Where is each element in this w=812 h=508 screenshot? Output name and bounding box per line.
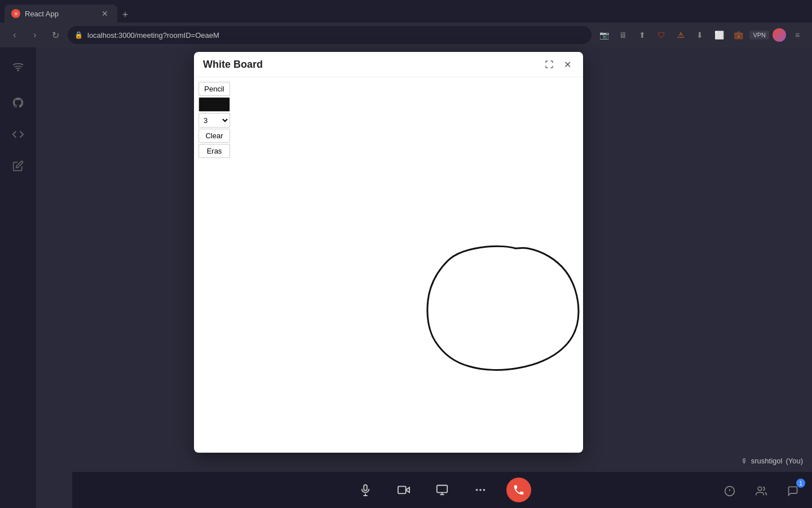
info-button[interactable] [720,481,740,501]
mic-button[interactable] [353,478,378,502]
lock-icon: 🔒 [74,31,83,39]
screen-share-button[interactable] [430,478,454,502]
modal-controls: ✕ [542,58,574,71]
end-call-button[interactable] [506,478,531,502]
wallet-btn[interactable]: 💼 [730,27,746,43]
new-tab-button[interactable]: + [117,7,133,23]
modal-body: Pencil 1 2 3 4 5 6 8 10 Clear Eras [194,77,583,453]
svg-point-11 [483,489,486,491]
whiteboard-modal: White Board ✕ Pencil 1 [194,52,583,453]
share-btn[interactable]: ⬆ [634,27,650,43]
modal-title: White Board [203,59,263,71]
nav-bar: ‹ › ↻ 🔒 localhost:3000/meeting?roomID=Oe… [0,23,812,47]
forward-button[interactable]: › [27,27,43,43]
cast-btn[interactable]: 🖥 [615,27,631,43]
people-button[interactable] [751,481,771,501]
svg-point-10 [479,489,482,491]
menu-btn[interactable]: ≡ [789,27,805,43]
svg-rect-6 [437,485,447,493]
svg-rect-1 [364,485,367,491]
wifi-icon [8,56,28,77]
size-select[interactable]: 1 2 3 4 5 6 8 10 [198,113,230,128]
split-view-btn[interactable]: ⬜ [711,27,727,43]
toolbar: Pencil 1 2 3 4 5 6 8 10 Clear Eras [198,82,230,158]
modal-header: White Board ✕ [194,52,583,77]
profile-avatar[interactable] [773,28,786,42]
chat-badge: 1 [796,479,805,488]
reload-button[interactable]: ↻ [47,27,63,43]
tab-close-button[interactable]: ✕ [99,8,111,19]
participant-name: srushtigol [751,457,783,465]
color-swatch[interactable] [198,97,230,112]
camera-button[interactable] [391,478,416,502]
tab-favicon: ⚛ [11,9,20,18]
back-button[interactable]: ‹ [7,27,23,43]
canvas-area[interactable] [194,77,583,453]
code-icon[interactable] [8,124,28,144]
svg-point-9 [476,489,478,491]
tab-title: React App [25,10,95,18]
address-bar[interactable]: 🔒 localhost:3000/meeting?roomID=OeaeM [68,26,592,44]
svg-point-15 [758,487,762,491]
bottom-bar [72,472,812,508]
browser-tab[interactable]: ⚛ React App ✕ [5,5,117,23]
github-icon[interactable] [8,93,28,113]
close-button[interactable]: ✕ [561,58,574,71]
drawing-canvas[interactable] [194,77,583,453]
clear-button[interactable]: Clear [198,129,230,143]
svg-point-0 [17,70,19,71]
pencil-tool-button[interactable]: Pencil [198,82,230,96]
shield-btn[interactable]: 🛡 [654,27,669,43]
download-btn[interactable]: ⬇ [692,27,708,43]
more-options-button[interactable] [468,478,493,502]
nav-actions: 📷 🖥 ⬆ 🛡 ⚠ ⬇ ⬜ 💼 VPN ≡ [596,27,805,43]
participant-label: 🎙 srushtigol (You) [741,457,803,465]
svg-marker-4 [406,487,409,492]
sidebar [0,47,36,508]
browser-chrome: ⚛ React App ✕ + ‹ › ↻ 🔒 localhost:3000/m… [0,0,812,47]
chat-button[interactable]: 1 [783,481,803,501]
camera-nav-btn[interactable]: 📷 [596,27,612,43]
tab-bar: ⚛ React App ✕ + [0,0,812,23]
address-text: localhost:3000/meeting?roomID=OeaeM [87,31,219,40]
page-content: White Board ✕ Pencil 1 [0,47,812,508]
participant-you-label: (You) [785,457,803,465]
right-panel-icons: 1 [720,481,803,501]
main-area: White Board ✕ Pencil 1 [36,47,812,508]
vpn-badge[interactable]: VPN [749,30,769,40]
svg-rect-5 [398,487,406,494]
expand-button[interactable] [542,58,556,71]
pencil-sidebar-icon[interactable] [8,156,28,176]
alert-btn[interactable]: ⚠ [673,27,689,43]
erase-button[interactable]: Eras [198,144,230,158]
mic-indicator-icon: 🎙 [741,457,748,465]
